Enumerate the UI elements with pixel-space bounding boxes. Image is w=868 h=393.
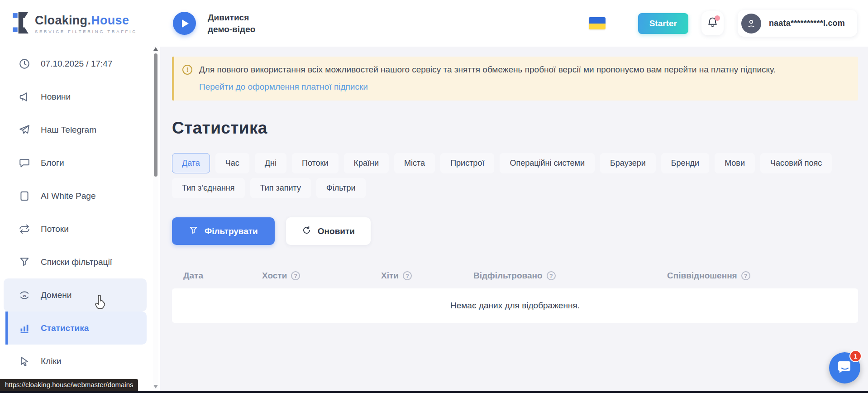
column-header-filtered: Відфільтровано? (473, 271, 667, 281)
demo-video-label: Дивитися демо-відео (208, 12, 264, 35)
sidebar-item-label: Наш Telegram (41, 125, 96, 135)
trial-warning-banner: ! Для повного використання всіх можливос… (172, 57, 858, 101)
topbar: Дивитися демо-відео Starter (160, 0, 868, 47)
sidebar-item-statistics[interactable]: Статистика (5, 312, 147, 345)
help-icon[interactable]: ? (741, 271, 750, 280)
column-label: Дата (183, 271, 203, 281)
plan-badge[interactable]: Starter (638, 13, 688, 34)
sidebar-item-label: Новини (41, 92, 71, 102)
user-email: naata**********l.com (769, 19, 845, 28)
refresh-button[interactable]: Оновити (286, 217, 371, 245)
tab-request-type[interactable]: Тип запиту (250, 178, 311, 198)
sidebar-scrollbar[interactable] (153, 46, 158, 389)
svg-text:w: w (22, 292, 26, 297)
notifications-button[interactable] (701, 11, 724, 35)
scroll-up-icon[interactable] (153, 47, 158, 51)
help-icon[interactable]: ? (291, 271, 300, 280)
help-icon[interactable]: ? (547, 271, 556, 280)
column-header-hits: Хіти? (381, 271, 473, 281)
sidebar-item-domains[interactable]: wДомени (4, 278, 147, 312)
tab-date[interactable]: Дата (172, 153, 210, 173)
column-header-ratio: Співвідношення? (667, 271, 858, 281)
empty-state-row: Немає даних для відображення. (172, 288, 858, 323)
clock-icon (18, 58, 30, 70)
filter-tabs: ДатаЧасДніПотокиКраїниМістаПристроїОпера… (172, 153, 858, 198)
language-flag-icon[interactable] (589, 17, 606, 29)
chat-widget-button[interactable]: 1 (829, 352, 860, 383)
logo[interactable]: Cloaking.House SERVICE FILTERING TRAFFIC (0, 0, 160, 35)
sidebar-item-ai-white-page[interactable]: AI White Page (0, 179, 147, 212)
sidebar-item-clicks[interactable]: Кліки (0, 345, 147, 378)
sidebar-item-label: Кліки (41, 356, 61, 366)
brand-tagline: SERVICE FILTERING TRAFFIC (35, 29, 137, 34)
help-icon[interactable]: ? (403, 271, 412, 280)
chat-bubble-icon (18, 157, 30, 169)
status-url-tooltip: https://cloaking.house/webmaster/domains (0, 379, 138, 391)
tab-days[interactable]: Дні (255, 153, 286, 173)
cursor-icon (18, 355, 30, 367)
tab-streams[interactable]: Потоки (292, 153, 339, 173)
tab-countries[interactable]: Країни (344, 153, 389, 173)
funnel-icon (189, 225, 198, 237)
filter-button[interactable]: Фільтрувати (172, 217, 275, 245)
column-header-hosts: Хости? (262, 271, 381, 281)
page-title: Статистика (172, 119, 858, 138)
column-label: Хіти (381, 271, 399, 281)
tab-operating-systems[interactable]: Операційні системи (500, 153, 595, 173)
sidebar-item-filter-lists[interactable]: Списки фільтрації (0, 245, 147, 278)
main-area: Дивитися демо-відео Starter (160, 0, 868, 393)
sidebar-item-label: Домени (41, 290, 72, 300)
domain-icon: w (18, 289, 30, 301)
content: ! Для повного використання всіх можливос… (160, 47, 868, 323)
banner-text: Для повного використання всіх можливосте… (199, 64, 776, 75)
sidebar-item-label: Блоги (41, 158, 64, 168)
sidebar-item-label: AI White Page (41, 191, 95, 201)
logo-mark-icon (13, 12, 29, 35)
sidebar-item-news[interactable]: Новини (0, 80, 147, 113)
page-icon (18, 190, 30, 202)
empty-state-text: Немає даних для відображення. (450, 301, 580, 311)
filter-tab-row: Тип з’єднанняТип запитуФільтри (172, 178, 858, 198)
column-label: Хости (262, 271, 287, 281)
sidebar-item-label: Потоки (41, 224, 69, 234)
tab-languages[interactable]: Мови (715, 153, 755, 173)
chat-bubble-icon (836, 359, 854, 378)
sidebar-item-telegram[interactable]: Наш Telegram (0, 113, 147, 146)
column-header-date: Дата (183, 271, 262, 281)
tab-timezone[interactable]: Часовий пояс (760, 153, 832, 173)
taskbar-edge (0, 391, 868, 393)
bar-chart-icon (18, 322, 30, 334)
play-icon[interactable] (173, 12, 196, 35)
column-label: Відфільтровано (473, 271, 543, 281)
app-window: Cloaking.House SERVICE FILTERING TRAFFIC… (0, 0, 868, 393)
tab-brands[interactable]: Бренди (661, 153, 709, 173)
warning-icon: ! (182, 65, 192, 75)
funnel-icon (18, 256, 30, 268)
mouse-cursor-icon (93, 295, 107, 312)
megaphone-icon (18, 91, 30, 103)
tab-time[interactable]: Час (215, 153, 249, 173)
sidebar-item-blogs[interactable]: Блоги (0, 146, 147, 179)
tab-filters[interactable]: Фільтри (316, 178, 365, 198)
sidebar-item-date-time: 07.10.2025 / 17:47 (0, 47, 147, 80)
sidebar-item-label: 07.10.2025 / 17:47 (41, 59, 112, 69)
subscribe-link[interactable]: Перейти до оформлення платної підписки (199, 82, 368, 92)
notification-dot (715, 15, 720, 21)
refresh-icon (302, 225, 311, 237)
scrollbar-thumb[interactable] (154, 53, 157, 177)
tab-browsers[interactable]: Браузери (600, 153, 656, 173)
sidebar-nav: 07.10.2025 / 17:47НовиниНаш TelegramБлог… (0, 35, 160, 378)
tab-connection-type[interactable]: Тип з’єднання (172, 178, 245, 198)
paper-plane-icon (18, 124, 30, 136)
user-account-button[interactable]: naata**********l.com (738, 10, 857, 37)
sidebar: Cloaking.House SERVICE FILTERING TRAFFIC… (0, 0, 160, 393)
brand-name: Cloaking.House (35, 14, 137, 28)
demo-video-button[interactable]: Дивитися демо-відео (173, 12, 264, 35)
scroll-down-icon[interactable] (153, 385, 158, 388)
tab-cities[interactable]: Міста (394, 153, 435, 173)
sidebar-item-label: Списки фільтрації (41, 257, 112, 267)
sidebar-item-label: Статистика (41, 323, 89, 333)
repeat-icon (18, 223, 30, 235)
sidebar-item-streams[interactable]: Потоки (0, 212, 147, 245)
tab-devices[interactable]: Пристрої (440, 153, 494, 173)
